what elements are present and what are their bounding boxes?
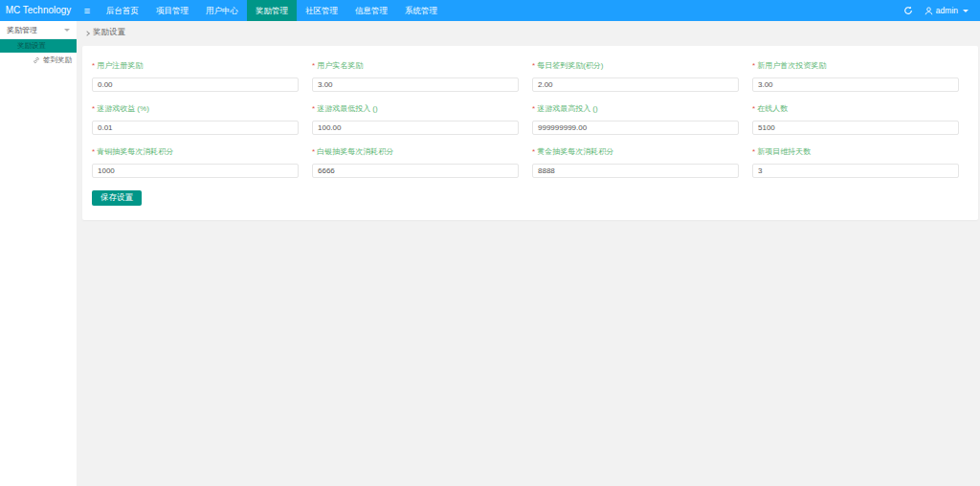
field-input-silver-lottery-points-cost[interactable]: [312, 164, 519, 178]
chevron-down-icon: [963, 10, 969, 12]
menu-toggle-icon[interactable]: ≡: [77, 0, 98, 21]
settings-form: *用户注册奖励 *用户实名奖励 *每日签到奖励(积分) *新用户首次投资奖励 *…: [92, 60, 959, 178]
required-marker: *: [532, 147, 535, 156]
user-icon: [924, 7, 933, 15]
user-menu[interactable]: admin: [924, 6, 969, 15]
required-marker: *: [312, 147, 315, 156]
nav-item-home[interactable]: 后台首页: [98, 0, 147, 21]
field-label-text: 迷游戏最高投入 (): [537, 104, 598, 113]
nav-item-projects[interactable]: 项目管理: [147, 0, 197, 21]
field-input-bronze-lottery-points-cost[interactable]: [92, 164, 299, 178]
field-minigame-min-invest: *迷游戏最低投入 (): [312, 103, 519, 135]
field-label-text: 迷游戏收益 (%): [97, 104, 149, 113]
required-marker: *: [752, 104, 755, 113]
field-label-text: 每日签到奖励(积分): [537, 61, 603, 70]
required-marker: *: [92, 104, 95, 113]
required-marker: *: [92, 147, 95, 156]
field-user-realname-reward: *用户实名奖励: [312, 60, 519, 92]
nav-item-user-center[interactable]: 用户中心: [197, 0, 247, 21]
app-logo: MC Technology: [0, 0, 77, 21]
field-input-online-users[interactable]: [752, 121, 959, 135]
refresh-icon[interactable]: [903, 6, 913, 15]
navbar-right: admin: [903, 0, 980, 21]
field-label-text: 在线人数: [757, 104, 788, 113]
nav-item-system[interactable]: 系统管理: [396, 0, 446, 21]
required-marker: *: [312, 104, 315, 113]
sidebar-item-label: 签到奖励: [43, 55, 72, 65]
field-input-user-realname-reward[interactable]: [312, 77, 519, 92]
field-silver-lottery-points-cost: *白银抽奖每次消耗积分: [312, 146, 519, 178]
field-label-text: 迷游戏最低投入 (): [317, 104, 378, 113]
field-input-minigame-min-invest[interactable]: [312, 121, 519, 135]
field-minigame-yield-percent: *迷游戏收益 (%): [92, 103, 299, 135]
chevron-down-icon: [64, 29, 70, 32]
field-input-new-user-first-invest-reward[interactable]: [752, 77, 959, 92]
field-label-text: 黄金抽奖每次消耗积分: [537, 147, 613, 156]
field-label-text: 白银抽奖每次消耗积分: [317, 147, 393, 156]
field-input-minigame-max-invest[interactable]: [532, 121, 739, 135]
field-online-users: *在线人数: [752, 103, 959, 135]
required-marker: *: [752, 147, 755, 156]
settings-card: *用户注册奖励 *用户实名奖励 *每日签到奖励(积分) *新用户首次投资奖励 *…: [82, 46, 978, 220]
top-navbar: MC Technology ≡ 后台首页 项目管理 用户中心 奖励管理 社区管理…: [0, 0, 980, 21]
required-marker: *: [532, 104, 535, 113]
sidebar-module-label: 奖励管理: [7, 25, 37, 35]
field-input-minigame-yield-percent[interactable]: [92, 121, 299, 135]
field-input-gold-lottery-points-cost[interactable]: [532, 164, 739, 178]
chevron-right-icon: [84, 31, 90, 36]
field-new-project-duration-days: *新项目维持天数: [752, 146, 959, 178]
required-marker: *: [532, 61, 535, 70]
field-new-user-first-invest-reward: *新用户首次投资奖励: [752, 60, 959, 92]
field-daily-signin-reward: *每日签到奖励(积分): [532, 60, 739, 92]
sidebar-module-select[interactable]: 奖励管理: [0, 21, 77, 39]
link-icon: [33, 56, 40, 64]
breadcrumb-label: 奖励设置: [93, 27, 125, 38]
field-label-text: 新用户首次投资奖励: [757, 61, 826, 70]
username: admin: [936, 6, 958, 15]
field-input-user-register-reward[interactable]: [92, 77, 299, 92]
field-input-new-project-duration-days[interactable]: [752, 164, 959, 178]
nav-item-rewards[interactable]: 奖励管理: [247, 0, 297, 21]
required-marker: *: [92, 61, 95, 70]
field-user-register-reward: *用户注册奖励: [92, 60, 299, 92]
main-content: 奖励设置 *用户注册奖励 *用户实名奖励 *每日签到奖励(积分) *新用户首次投…: [77, 21, 980, 486]
nav-item-community[interactable]: 社区管理: [297, 0, 346, 21]
field-input-daily-signin-reward[interactable]: [532, 77, 739, 92]
field-minigame-max-invest: *迷游戏最高投入 (): [532, 103, 739, 135]
field-label-text: 用户注册奖励: [97, 61, 143, 70]
sidebar-item-label: 奖励设置: [17, 41, 46, 51]
field-gold-lottery-points-cost: *黄金抽奖每次消耗积分: [532, 146, 739, 178]
save-settings-button[interactable]: 保存设置: [92, 190, 142, 206]
required-marker: *: [752, 61, 755, 70]
sidebar-item-signin-reward[interactable]: 签到奖励: [0, 53, 77, 68]
field-bronze-lottery-points-cost: *青铜抽奖每次消耗积分: [92, 146, 299, 178]
nav-item-information[interactable]: 信息管理: [346, 0, 396, 21]
sidebar-item-reward-settings[interactable]: 奖励设置: [0, 39, 77, 53]
sidebar: 奖励管理 奖励设置 签到奖励: [0, 21, 77, 486]
breadcrumb: 奖励设置: [77, 21, 980, 44]
field-label-text: 用户实名奖励: [317, 61, 363, 70]
required-marker: *: [312, 61, 315, 70]
field-label-text: 新项目维持天数: [757, 147, 811, 156]
field-label-text: 青铜抽奖每次消耗积分: [97, 147, 173, 156]
